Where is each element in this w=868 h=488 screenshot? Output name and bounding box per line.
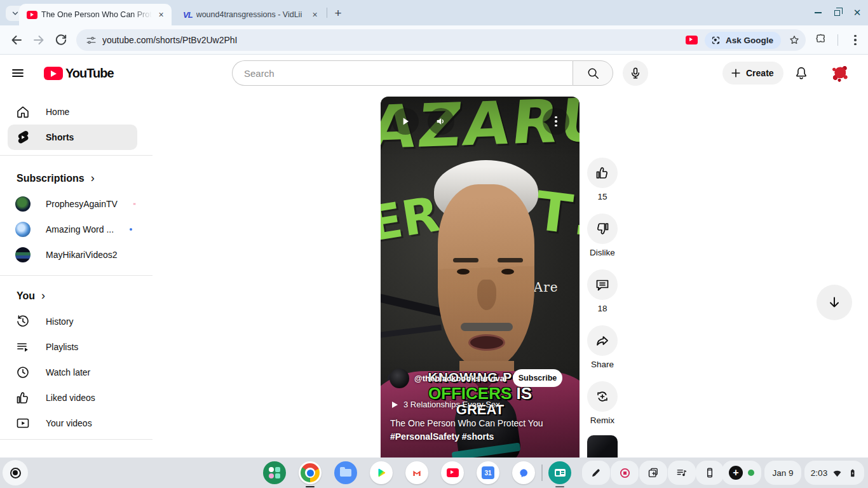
chrome-app-icon[interactable]	[299, 461, 322, 484]
window-minimize-button[interactable]	[810, 5, 826, 20]
kebab-menu-icon	[555, 116, 557, 127]
play-pause-button[interactable]	[392, 108, 419, 135]
site-settings-icon[interactable]	[85, 34, 97, 46]
google-lens-icon	[710, 35, 721, 46]
share-button[interactable]	[587, 325, 618, 356]
comments-button[interactable]	[587, 269, 618, 300]
mute-button[interactable]	[428, 108, 454, 135]
screen-record-button[interactable]	[611, 461, 639, 485]
sidebar-item-your-videos[interactable]: Your videos	[8, 410, 137, 436]
create-button[interactable]: Create	[722, 62, 783, 85]
cursive-pen-button[interactable]	[582, 461, 610, 485]
hamburger-icon	[10, 65, 25, 81]
face-detail	[457, 269, 470, 274]
youtube-glyph	[447, 468, 459, 477]
ask-google-chip[interactable]: Ask Google	[705, 32, 781, 49]
extensions-button[interactable]	[814, 32, 829, 48]
channel-avatar[interactable]	[390, 369, 409, 388]
files-app-icon[interactable]	[334, 461, 357, 484]
screencast-app-icon[interactable]	[548, 461, 571, 484]
sidebar-channel-amazing-word[interactable]: Amazing Word ...	[8, 217, 145, 242]
search-button[interactable]	[573, 60, 613, 86]
youtube-wordmark: YouTube	[65, 66, 114, 81]
channel-name: MayHikariVideos2	[46, 250, 145, 260]
sidebar-item-watch-later[interactable]: Watch later	[8, 360, 137, 385]
sound-attribution[interactable]: 3 Relationships Every Sex	[392, 400, 551, 409]
tab-close-icon[interactable]: ×	[309, 10, 320, 20]
browser-menu-button[interactable]	[848, 32, 863, 48]
sidebar-channel-mayhikarivideos2[interactable]: MayHikariVideos2	[8, 242, 145, 268]
app-mall-icon[interactable]	[263, 461, 286, 484]
system-tray[interactable]: 2:03	[804, 461, 864, 485]
reload-button[interactable]	[53, 32, 69, 48]
tab-youtube-shorts[interactable]: The One Person Who Can Prot ×	[19, 4, 172, 25]
channel-name: Amazing Word ...	[46, 224, 114, 234]
create-label: Create	[746, 68, 774, 78]
you-header[interactable]: You ›	[17, 289, 45, 302]
tab-close-icon[interactable]: ×	[156, 10, 166, 20]
shorts-video-player[interactable]: AZARU ER T! You Are K	[381, 97, 580, 458]
remix-icon	[595, 389, 610, 404]
subscribe-button[interactable]: Subscribe	[513, 369, 562, 387]
channel-avatar	[15, 247, 31, 262]
chat-app-icon[interactable]	[512, 461, 535, 484]
new-tab-button[interactable]: +	[330, 6, 346, 21]
channel-handle[interactable]: @theblackbooksurvival	[414, 374, 507, 383]
screencast-glyph	[548, 461, 571, 484]
status-badges[interactable]: +	[722, 461, 761, 485]
kebab-menu-icon	[854, 35, 857, 46]
sidebar-item-liked-videos[interactable]: Liked videos	[8, 385, 137, 410]
video-hashtags[interactable]: #PersonalSafety #shorts	[390, 431, 494, 442]
files-glyph	[334, 461, 357, 484]
next-video-thumbnail[interactable]	[587, 435, 618, 458]
forward-button[interactable]	[31, 32, 46, 48]
video-more-button[interactable]	[543, 108, 569, 135]
sidebar-item-home[interactable]: Home	[8, 99, 137, 125]
launcher-icon	[10, 468, 21, 478]
chevron-right-icon: ›	[91, 172, 95, 185]
sidebar-item-shorts[interactable]: Shorts	[8, 125, 137, 150]
omnibox[interactable]: youtube.com/shorts/PtBv2Uw2PhI Ask Googl…	[76, 29, 806, 51]
sidebar-item-history[interactable]: History	[8, 309, 137, 334]
search-field[interactable]	[232, 60, 573, 86]
like-button[interactable]	[587, 158, 618, 188]
voice-search-button[interactable]	[623, 60, 648, 86]
remix-button[interactable]	[587, 381, 618, 412]
dislike-button[interactable]	[587, 214, 618, 244]
phone-hub-button[interactable]	[696, 461, 724, 485]
next-short-button[interactable]	[817, 285, 852, 320]
tab-vidlii[interactable]: VL wound4transgressions - VidLii ×	[177, 4, 324, 25]
browser-toolbar: youtube.com/shorts/PtBv2Uw2PhI Ask Googl…	[0, 25, 868, 55]
youtube-app-icon[interactable]	[441, 461, 464, 484]
search-input[interactable]	[243, 67, 573, 79]
window-restore-button[interactable]	[829, 5, 845, 20]
sound-play-icon	[392, 402, 398, 408]
notifications-button[interactable]	[794, 65, 809, 81]
tab-separator	[327, 8, 327, 18]
date-chip[interactable]: Jan 9	[764, 461, 801, 485]
sidebar-channel-prophesyagaintv[interactable]: ProphesyAgainTV	[8, 191, 145, 217]
window-close-button[interactable]: ✕	[849, 5, 865, 20]
video-title[interactable]: The One Person Who Can Protect You	[390, 418, 543, 428]
bookmark-star-icon[interactable]	[788, 34, 801, 46]
subscriptions-header[interactable]: Subscriptions ›	[17, 172, 95, 185]
arrow-down-icon	[827, 295, 842, 310]
url-text[interactable]: youtube.com/shorts/PtBv2Uw2PhI	[102, 35, 686, 45]
screenshot-button[interactable]	[639, 461, 667, 485]
shelf-separator	[541, 464, 543, 481]
sound-title: 3 Relationships Every Sex	[403, 400, 500, 409]
play-store-icon[interactable]	[370, 461, 393, 484]
guide-menu-button[interactable]	[10, 65, 25, 81]
volume-icon	[435, 115, 447, 128]
launcher-button[interactable]	[3, 460, 28, 485]
gmail-app-icon[interactable]	[405, 461, 428, 484]
search-bar	[232, 60, 613, 86]
back-button[interactable]	[9, 32, 24, 48]
calendar-app-icon[interactable]: 31	[477, 461, 499, 484]
sidebar-item-playlists[interactable]: Playlists	[8, 334, 137, 360]
youtube-logo[interactable]: YouTube	[44, 66, 114, 81]
thumbs-down-icon	[595, 221, 610, 236]
vidlii-favicon-icon: VL	[183, 10, 193, 20]
music-playlist-button[interactable]	[668, 461, 696, 485]
account-avatar[interactable]	[829, 63, 850, 83]
